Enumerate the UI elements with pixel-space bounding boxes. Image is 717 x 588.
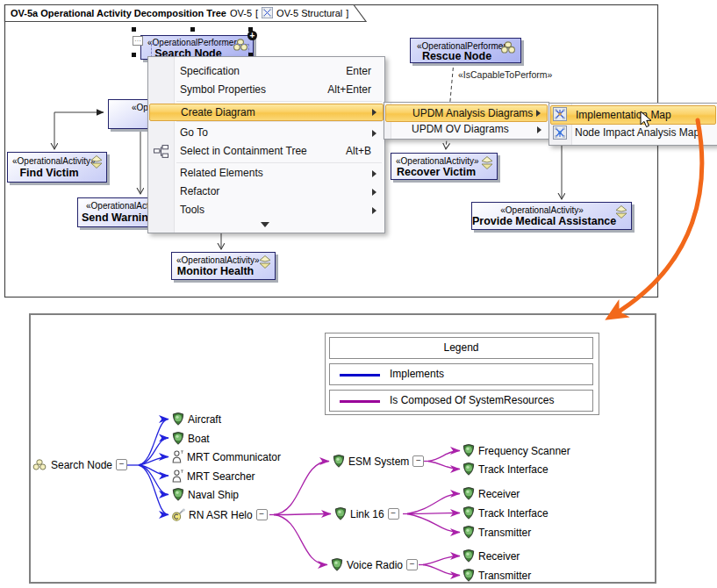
tree-node-transmitter-link16[interactable]: Transmitter xyxy=(462,525,531,540)
node-name: Find Victim xyxy=(8,167,90,179)
menu-scroll-more-icon[interactable] xyxy=(261,222,269,227)
menu-item-specification[interactable]: Specification Enter xyxy=(175,62,383,81)
menu-item-updm-ov-diagrams[interactable]: UPDM OV Diagrams xyxy=(384,121,548,138)
bracket: ] xyxy=(346,8,348,18)
provide-medical-assistance-box[interactable]: «OperationalActivity» Provide Medical As… xyxy=(471,202,632,230)
tree-node-label[interactable]: Search Node xyxy=(51,459,112,471)
menu-item-label: Select in Containment Tree xyxy=(180,145,307,157)
activity-icon xyxy=(90,155,103,169)
menu-item-refactor[interactable]: Refactor xyxy=(175,183,383,201)
smart-manipulator-dots[interactable]: … xyxy=(133,36,143,46)
activity-icon xyxy=(481,156,493,169)
stereotype: «OperationalActivity» xyxy=(12,156,96,167)
collapse-button[interactable]: − xyxy=(256,509,268,520)
tree-node-receiver-link16[interactable]: Receiver xyxy=(462,486,520,501)
tree-node-label[interactable]: ESM System xyxy=(348,455,409,468)
node-name: Recover Victim xyxy=(391,166,481,178)
tree-node-label[interactable]: MRT Searcher xyxy=(187,470,255,483)
menu-item-tools[interactable]: Tools xyxy=(175,201,383,219)
tree-node-transmitter-voice[interactable]: Transmitter xyxy=(462,568,531,583)
resize-handle[interactable] xyxy=(132,53,136,57)
resource-icon xyxy=(462,526,475,539)
person-icon xyxy=(172,470,183,483)
menu-item-label: Node Impact Analysis Map xyxy=(575,126,699,139)
tree-node-label[interactable]: Link 16 xyxy=(350,508,384,520)
tree-node-track-interface-esm[interactable]: Track Interface xyxy=(462,462,549,477)
diagram-ref: OV-5 Structural xyxy=(276,8,342,18)
tree-node-label[interactable]: Track Interface xyxy=(478,463,549,476)
tree-node-mrt-communicator[interactable]: MRT Communicator xyxy=(172,449,281,464)
node-impact-map-icon xyxy=(553,125,567,140)
implements-line-swatch xyxy=(340,374,380,376)
tree-node-label[interactable]: Transmitter xyxy=(478,570,531,582)
activity-icon xyxy=(259,255,271,269)
tree-node-track-interface-link16[interactable]: Track Interface xyxy=(462,506,549,520)
tree-node-label[interactable]: MRT Communicator xyxy=(187,451,281,463)
resize-handle[interactable] xyxy=(190,27,195,32)
resize-handle[interactable] xyxy=(132,27,136,32)
menu-item-implementation-map[interactable]: Implementation Map xyxy=(550,105,716,125)
collapse-button[interactable]: − xyxy=(406,559,418,570)
tree-node-boat[interactable]: Boat xyxy=(172,431,210,446)
menu-shortcut: Enter xyxy=(346,62,371,81)
tree-node-aircraft[interactable]: Aircraft xyxy=(172,412,221,427)
menu-item-updm-analysis-diagrams[interactable]: UPDM Analysis Diagrams xyxy=(385,104,548,122)
create-diagram-submenu: UPDM Analysis Diagrams UPDM OV Diagrams xyxy=(384,102,549,140)
tree-node-search-node[interactable]: Search Node − xyxy=(32,457,127,472)
diagram-title: OV-5a Operational Activity Decomposition… xyxy=(11,8,226,18)
menu-item-label: UPDM OV Diagrams xyxy=(412,123,509,135)
submenu-arrow-icon xyxy=(536,110,541,117)
legend-composed-row: Is Composed Of SystemResources xyxy=(329,390,593,412)
resource-icon xyxy=(172,488,184,501)
rescue-node-box[interactable]: «OperationalPerformer» Rescue Node xyxy=(410,38,521,63)
tree-node-label[interactable]: Receiver xyxy=(478,550,520,563)
analysis-diagrams-submenu: Implementation Map Node Impact Analysis … xyxy=(549,103,717,146)
tree-node-mrt-searcher[interactable]: MRT Searcher xyxy=(172,469,255,484)
tree-node-label[interactable]: Frequency Scanner xyxy=(478,445,570,457)
tree-node-label[interactable]: Voice Radio xyxy=(347,559,403,571)
collapse-button[interactable]: − xyxy=(412,455,424,467)
menu-item-label: Related Elements xyxy=(180,167,263,179)
tree-node-label[interactable]: RN ASR Helo xyxy=(189,509,253,521)
collapse-button[interactable]: − xyxy=(388,508,399,520)
tree-node-label[interactable]: Aircraft xyxy=(188,413,221,426)
edge-label: «IsCapableToPerform» xyxy=(458,69,552,80)
tree-node-rn-asr-helo[interactable]: RN ASR Helo − xyxy=(172,507,268,522)
tree-node-frequency-scanner[interactable]: Frequency Scanner xyxy=(462,443,570,458)
diagram-type: OV-5 xyxy=(230,8,252,18)
node-name: Rescue Node xyxy=(411,50,503,62)
recover-victim-box[interactable]: «OperationalActivity» Recover Victim xyxy=(391,153,498,180)
smart-manipulator-plus[interactable]: + xyxy=(247,31,257,40)
tree-node-label[interactable]: Transmitter xyxy=(478,527,531,539)
monitor-health-box[interactable]: «OperationalActivity» Monitor Health xyxy=(171,252,276,280)
menu-item-label: UPDM Analysis Diagrams xyxy=(412,107,533,119)
tree-node-naval-ship[interactable]: Naval Ship xyxy=(172,487,239,502)
tree-node-label[interactable]: Boat xyxy=(188,433,210,445)
tree-node-receiver-voice[interactable]: Receiver xyxy=(462,549,520,563)
menu-shortcut: Alt+Enter xyxy=(327,81,371,99)
menu-separator xyxy=(176,121,382,122)
containment-tree-icon xyxy=(154,145,168,159)
menu-item-symbol-properties[interactable]: Symbol Properties Alt+Enter xyxy=(175,81,383,99)
collapse-button[interactable]: − xyxy=(116,459,127,470)
tree-node-voice-radio[interactable]: Voice Radio − xyxy=(331,557,418,572)
tree-node-label[interactable]: Naval Ship xyxy=(188,489,239,501)
menu-item-go-to[interactable]: Go To xyxy=(175,124,383,142)
resource-icon xyxy=(172,412,184,426)
menu-item-label: Implementation Map xyxy=(576,109,671,121)
menu-item-select-in-containment-tree[interactable]: Select in Containment Tree Alt+B xyxy=(175,142,383,161)
menu-item-create-diagram[interactable]: Create Diagram xyxy=(149,104,384,121)
menu-item-node-impact-analysis-map[interactable]: Node Impact Analysis Map xyxy=(549,124,716,142)
submenu-arrow-icon xyxy=(372,109,376,116)
tree-node-esm-system[interactable]: ESM System − xyxy=(333,454,424,469)
tree-node-label[interactable]: Receiver xyxy=(478,488,520,500)
submenu-arrow-icon xyxy=(372,130,376,137)
menu-item-related-elements[interactable]: Related Elements xyxy=(175,164,383,183)
tree-node-label[interactable]: Track Interface xyxy=(478,507,549,520)
menu-item-label: Create Diagram xyxy=(181,106,255,118)
resource-icon xyxy=(462,487,475,500)
tree-node-link-16[interactable]: Link 16 − xyxy=(334,506,399,521)
find-victim-box[interactable]: «OperationalActivity» Find Victim xyxy=(7,152,107,183)
diagram-icon xyxy=(262,7,273,18)
menu-item-label: Go To xyxy=(180,126,208,139)
